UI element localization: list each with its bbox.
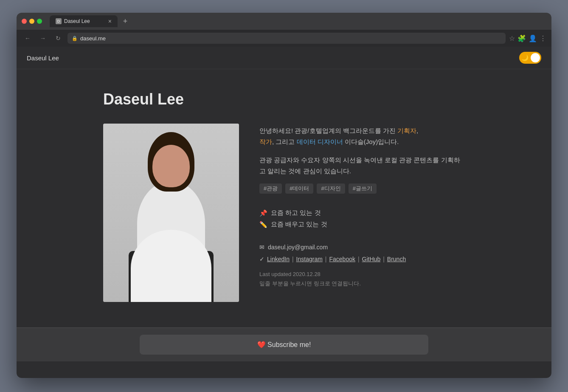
activity-learning-text: 요즘 배우고 있는 것 <box>271 220 327 228</box>
toolbar-actions: ☆ 🧩 👤 ⋮ <box>509 34 546 42</box>
contact-section: ✉ daseul.joy@gmail.com ✓ LinkedIn | Inst… <box>259 244 465 262</box>
activity-doing-text: 요즘 하고 있는 것 <box>271 209 321 217</box>
activity-doing: 📌 요즘 하고 있는 것 <box>259 209 465 217</box>
page-content: Daseul Lee 🌙 Daseul Lee <box>17 47 551 378</box>
profile-photo <box>103 124 239 302</box>
bookmark-icon[interactable]: ☆ <box>509 34 515 42</box>
tag-design: #디자인 <box>317 183 345 194</box>
close-button[interactable] <box>22 19 27 24</box>
subscribe-button[interactable]: ❤️ Subscribe me! <box>140 335 428 355</box>
activity-section: 📌 요즘 하고 있는 것 ✏️ 요즘 배우고 있는 것 <box>259 209 465 228</box>
profile-photo-container <box>103 124 239 302</box>
intro-paragraph: 안녕하세요! 관광/호텔업계의 백그라운드를 가진 기획자, 작가, 그리고 데… <box>259 125 465 148</box>
brunch-link[interactable]: Brunch <box>387 256 406 262</box>
checkmark-icon: ✓ <box>259 256 264 262</box>
photo-shirt <box>131 230 211 302</box>
social-row: ✓ LinkedIn | Instagram | Facebook | GitH… <box>259 256 465 262</box>
profile-section: 안녕하세요! 관광/호텔업계의 백그라운드를 가진 기획자, 작가, 그리고 데… <box>103 124 465 302</box>
tab-bar: D Daseul Lee × + <box>50 15 546 27</box>
tab-title: Daseul Lee <box>64 18 90 24</box>
email-icon: ✉ <box>259 244 264 251</box>
tag-writing: #글쓰기 <box>349 183 377 194</box>
highlight-planner: 기획자 <box>397 127 416 134</box>
sep-2: | <box>325 256 327 262</box>
address-bar[interactable]: 🔒 daseul.me <box>67 33 506 44</box>
pencil-icon: ✏️ <box>259 221 267 228</box>
site-logo: Daseul Lee <box>27 54 59 62</box>
intro-and: , 그리고 <box>272 138 297 145</box>
sep-1: | <box>292 256 294 262</box>
lock-icon: 🔒 <box>72 36 78 41</box>
tag-data: #데이터 <box>285 183 313 194</box>
toggle-circle <box>531 53 540 62</box>
profile-info: 안녕하세요! 관광/호텔업계의 백그라운드를 가진 기획자, 작가, 그리고 데… <box>259 124 465 288</box>
tags-container: #관광 #데이터 #디자인 #글쓰기 <box>259 183 465 194</box>
pin-icon: 📌 <box>259 209 267 217</box>
instagram-link[interactable]: Instagram <box>296 256 323 262</box>
browser-toolbar: ← → ↻ 🔒 daseul.me ☆ 🧩 👤 ⋮ <box>17 30 551 47</box>
browser-titlebar: D Daseul Lee × + <box>17 13 551 30</box>
last-updated: Last updated 2020.12.28 <box>259 271 465 277</box>
url-display: daseul.me <box>80 35 106 42</box>
tag-tourism: #관광 <box>259 183 282 194</box>
activity-learning: ✏️ 요즘 배우고 있는 것 <box>259 220 465 228</box>
description-paragraph: 관광 공급자와 수요자 양쪽의 시선을 녹여낸 로컬 관광 콘텐츠를 기획하고 … <box>259 155 465 177</box>
minimize-button[interactable] <box>29 19 34 24</box>
extensions-icon[interactable]: 🧩 <box>517 34 526 42</box>
back-button[interactable]: ← <box>22 32 34 44</box>
main-content: Daseul Lee 안녕하세요! 관광/호텔업계 <box>93 69 475 327</box>
tab-close-button[interactable]: × <box>108 18 112 25</box>
photo-face <box>152 145 190 187</box>
profile-icon[interactable]: 👤 <box>529 34 537 42</box>
theme-toggle[interactable]: 🌙 <box>519 52 541 64</box>
menu-icon[interactable]: ⋮ <box>540 34 546 42</box>
tab-favicon: D <box>56 18 62 24</box>
subscribe-bar: ❤️ Subscribe me! <box>17 327 551 361</box>
intro-comma: , <box>416 127 418 134</box>
highlight-designer: 데이터 디자이너 <box>297 138 343 145</box>
traffic-lights <box>22 19 42 24</box>
maximize-button[interactable] <box>37 19 42 24</box>
site-header: Daseul Lee 🌙 <box>17 47 551 69</box>
new-tab-button[interactable]: + <box>119 15 131 27</box>
facebook-link[interactable]: Facebook <box>329 256 355 262</box>
intro-start: 안녕하세요! 관광/호텔업계의 백그라운드를 가진 <box>259 127 397 134</box>
intro-end: 이다슬(Joy)입니다. <box>343 138 399 145</box>
sep-3: | <box>358 256 360 262</box>
active-tab[interactable]: D Daseul Lee × <box>50 15 118 27</box>
email-address[interactable]: daseul.joy@gmail.com <box>268 244 328 251</box>
page-title: Daseul Lee <box>103 90 465 108</box>
linkedin-link[interactable]: LinkedIn <box>267 256 290 262</box>
github-link[interactable]: GitHub <box>362 256 381 262</box>
sep-4: | <box>383 256 385 262</box>
note-text: 밑줄 부분을 누르시면 링크로 연결됩니다. <box>259 280 465 288</box>
moon-icon: 🌙 <box>521 54 529 61</box>
reload-button[interactable]: ↻ <box>52 32 64 44</box>
highlight-writer: 작가 <box>259 138 272 145</box>
email-row: ✉ daseul.joy@gmail.com <box>259 244 465 251</box>
forward-button[interactable]: → <box>37 32 49 44</box>
browser-window: D Daseul Lee × + ← → ↻ 🔒 daseul.me ☆ 🧩 👤… <box>17 13 551 378</box>
